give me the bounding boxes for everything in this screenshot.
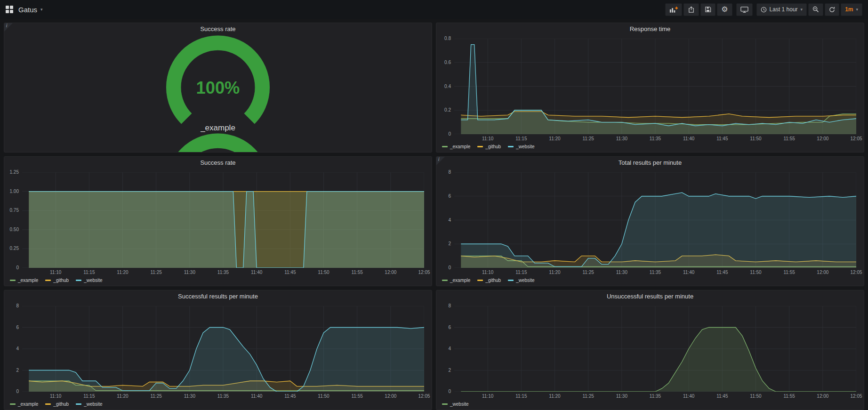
legend-item-_website[interactable]: _website [76, 402, 102, 407]
x-axis: 11:1011:1511:2011:2511:3011:3511:4011:45… [22, 269, 424, 276]
legend-item-_example[interactable]: _example [10, 278, 38, 283]
add-panel-icon [669, 6, 678, 13]
x-axis-label: 11:35 [650, 136, 661, 141]
legend-item-_github[interactable]: _github [45, 278, 69, 283]
x-axis-label: 12:05 [418, 394, 430, 399]
panel-info-icon[interactable]: i [4, 23, 13, 32]
x-axis-label: 11:35 [650, 270, 661, 275]
chart-canvas [22, 306, 424, 392]
x-axis-label: 11:40 [251, 394, 262, 399]
x-axis-label: 11:15 [83, 270, 95, 275]
x-axis-label: 11:25 [582, 394, 594, 399]
x-axis-label: 12:00 [385, 394, 396, 399]
y-axis-label: 4 [5, 346, 19, 351]
x-axis-label: 11:40 [683, 136, 694, 141]
y-axis-label: 0.25 [5, 246, 19, 251]
x-axis-label: 12:05 [850, 136, 862, 141]
legend-item-_website[interactable]: _website [442, 402, 468, 407]
navbar-left: Gatus ▾ [6, 6, 43, 14]
legend-item-_example[interactable]: _example [442, 144, 470, 149]
settings-button[interactable]: ⚙ [717, 3, 732, 16]
refresh-button[interactable] [825, 3, 839, 16]
x-axis-label: 11:30 [184, 270, 195, 275]
legend-item-_github[interactable]: _github [477, 144, 501, 149]
legend-label: _website [516, 144, 534, 149]
y-axis-label: 0 [5, 389, 19, 394]
gear-icon: ⚙ [721, 6, 728, 13]
x-axis-label: 11:45 [716, 270, 728, 275]
refresh-interval-picker[interactable]: 1m ▾ [841, 3, 862, 16]
legend-label: _example [450, 278, 470, 283]
x-axis-label: 12:05 [850, 394, 862, 399]
legend-marker [442, 280, 448, 281]
x-axis-label: 11:20 [549, 270, 560, 275]
legend-item-_website[interactable]: _website [508, 278, 534, 283]
caret-down-icon: ▾ [856, 8, 858, 12]
y-axis-label: 0 [5, 265, 19, 270]
plot-area[interactable]: 02468 [454, 306, 856, 392]
x-axis-label: 11:30 [184, 394, 195, 399]
apps-grid-icon[interactable] [6, 6, 13, 13]
total-results-chart: 0246811:1011:1511:2011:2511:3011:3511:40… [436, 169, 864, 286]
panel-title[interactable]: Success rate [4, 23, 432, 35]
chart-canvas [454, 172, 856, 268]
x-axis-label: 11:20 [549, 136, 560, 141]
panel-title[interactable]: Unsuccessful results per minute [436, 290, 864, 302]
x-axis: 11:1011:1511:2011:2511:3011:3511:4011:45… [454, 393, 856, 400]
monitor-icon [740, 6, 748, 13]
legend-item-_example[interactable]: _example [10, 402, 38, 407]
panel-title[interactable]: Response time [436, 23, 864, 35]
x-axis-label: 11:40 [683, 394, 694, 399]
plot-area[interactable]: 02468 [454, 172, 856, 268]
legend-marker [508, 280, 514, 281]
y-axis-label: 6 [437, 325, 451, 330]
series-line-_website [461, 328, 856, 392]
x-axis-label: 11:50 [750, 136, 761, 141]
panel-title[interactable]: Successful results per minute [4, 290, 432, 302]
panel-title[interactable]: Success rate [4, 157, 432, 169]
legend-item-_website[interactable]: _website [508, 144, 534, 149]
plot-area[interactable]: 00.20.40.60.8 [454, 39, 856, 134]
x-axis-label: 11:55 [351, 394, 362, 399]
y-axis-label: 4 [437, 346, 451, 351]
dashboard-title-dropdown[interactable]: Gatus ▾ [18, 6, 43, 14]
chart-legend: _example_github_website [442, 276, 864, 284]
plot-area[interactable]: 02468 [22, 306, 424, 392]
x-axis-label: 12:00 [817, 394, 828, 399]
legend-item-_github[interactable]: _github [477, 278, 501, 283]
legend-label: _github [485, 144, 501, 149]
add-panel-button[interactable] [665, 3, 682, 16]
legend-marker [76, 280, 81, 281]
panel-actions-group: ⚙ [665, 3, 732, 16]
panel-title[interactable]: Total results per minute [436, 157, 864, 169]
zoom-out-button[interactable] [808, 3, 823, 16]
legend-item-_github[interactable]: _github [45, 402, 69, 407]
x-axis-label: 11:35 [217, 270, 229, 275]
gauge-arc: 100% [155, 133, 281, 153]
cycle-view-button[interactable] [736, 3, 753, 16]
gauge-_example: 100%_example [155, 35, 281, 133]
x-axis-label: 11:20 [549, 394, 560, 399]
share-button[interactable] [683, 3, 699, 16]
time-range-picker[interactable]: Last 1 hour ▾ [756, 3, 807, 16]
series-fill-_website [461, 193, 856, 268]
legend-marker [10, 403, 16, 405]
chart-canvas [454, 39, 856, 134]
y-axis-label: 4 [437, 217, 451, 223]
x-axis-label: 12:05 [850, 270, 862, 275]
save-icon [705, 6, 711, 13]
save-button[interactable] [700, 3, 715, 16]
x-axis-label: 11:45 [716, 394, 728, 399]
gauge-arc: 100% [155, 35, 281, 132]
chart-legend: _example_github_website [10, 400, 432, 408]
legend-item-_example[interactable]: _example [442, 278, 470, 283]
panel-info-icon[interactable]: i [436, 157, 445, 165]
plot-area[interactable]: 00.250.500.751.001.25 [22, 172, 424, 268]
x-axis-label: 11:20 [117, 394, 128, 399]
x-axis-label: 11:35 [217, 394, 229, 399]
legend-item-_website[interactable]: _website [76, 278, 102, 283]
x-axis-label: 11:25 [150, 394, 161, 399]
y-axis-label: 6 [5, 325, 19, 330]
successful-results-chart: 0246811:1011:1511:2011:2511:3011:3511:40… [4, 302, 432, 410]
time-controls-group: Last 1 hour ▾ 1m ▾ [756, 3, 862, 16]
